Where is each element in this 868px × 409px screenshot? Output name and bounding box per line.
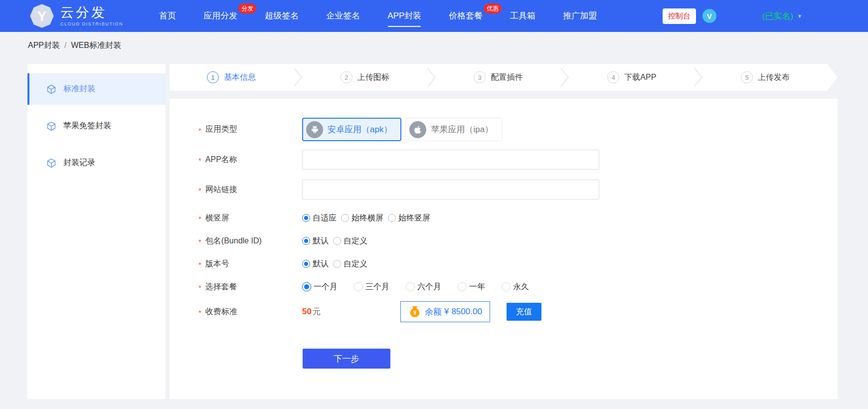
distribution-badge: 分发 <box>238 3 256 13</box>
next-step-button[interactable]: 下一步 <box>303 349 390 369</box>
step-wizard: 1 基本信息 2 上传图标 3 配置插件 4 下载APP 5 上传发布 <box>170 64 827 91</box>
version-radio-group: 默认 自定义 <box>302 259 367 269</box>
chevron-right-icon <box>694 66 703 88</box>
nav-item-toolbox[interactable]: 工具箱 <box>510 0 535 32</box>
app-type-ios-button[interactable]: 苹果应用（ipa） <box>405 118 503 141</box>
console-button[interactable]: 控制台 <box>663 8 696 24</box>
radio-icon <box>333 237 341 245</box>
logo-title: 云分发 <box>60 5 123 19</box>
required-mark: * <box>198 214 201 223</box>
radio-option-adaptive[interactable]: 自适应 <box>302 213 337 223</box>
sidebar-item-label: 标准封装 <box>63 84 95 94</box>
sidebar-item-apple-nosign-packaging[interactable]: 苹果免签封装 <box>27 110 166 142</box>
radio-option-three-months[interactable]: 三个月 <box>354 282 389 292</box>
form-row-price: * 收费标准 50 元 ¥ 余额 ¥ 8500.00 充值 <box>170 301 838 322</box>
main-panel: 1 基本信息 2 上传图标 3 配置插件 4 下载APP 5 上传发布 <box>170 64 838 399</box>
form-row-version: * 版本号 默认 自定义 <box>170 258 838 269</box>
radio-option-six-months[interactable]: 六个月 <box>406 282 441 292</box>
step-number: 2 <box>341 71 352 83</box>
app-type-android-button[interactable]: 安卓应用（apk） <box>302 118 401 141</box>
verified-status-label: (已实名) <box>762 10 793 22</box>
radio-icon <box>388 214 396 222</box>
field-label: * 包名(Bundle ID) <box>170 236 302 246</box>
required-mark: * <box>198 186 201 195</box>
nav-item-pricing[interactable]: 价格套餐 优惠 <box>449 0 483 32</box>
discount-badge: 优惠 <box>484 3 502 13</box>
required-mark: * <box>198 126 201 135</box>
nav-item-home[interactable]: 首页 <box>159 0 176 32</box>
nav-item-affiliate[interactable]: 推广加盟 <box>563 0 597 32</box>
step-label: 配置插件 <box>491 72 522 83</box>
sidebar-item-packaging-records[interactable]: 封装记录 <box>27 147 166 179</box>
nav-item-enterprise-signature[interactable]: 企业签名 <box>326 0 360 32</box>
step-number: 3 <box>474 71 486 83</box>
user-status-dropdown[interactable]: (已实名) ▼ <box>762 10 802 22</box>
apple-icon <box>409 121 426 138</box>
step-number: 5 <box>741 71 753 83</box>
radio-option-custom[interactable]: 自定义 <box>333 236 367 246</box>
form-row-bundle-id: * 包名(Bundle ID) 默认 自定义 <box>170 235 838 246</box>
logo-subtitle: CLOUD DISTRIBUTION <box>60 21 123 26</box>
radio-option-landscape[interactable]: 始终横屏 <box>341 213 383 223</box>
field-label: * 收费标准 <box>170 307 302 317</box>
chevron-right-icon <box>560 66 570 88</box>
form-row-package: * 选择套餐 一个月 三个月 六个月 <box>170 281 838 292</box>
step-number: 1 <box>207 71 219 83</box>
radio-option-default[interactable]: 默认 <box>302 259 329 269</box>
chevron-down-icon: ▼ <box>797 13 802 19</box>
field-label: * APP名称 <box>170 155 302 165</box>
android-icon <box>306 121 323 138</box>
price-unit: 元 <box>313 307 321 317</box>
cube-icon <box>46 84 56 94</box>
app-type-options: 安卓应用（apk） 苹果应用（ipa） <box>302 118 503 141</box>
sidebar-item-label: 封装记录 <box>63 158 95 168</box>
step-label: 基本信息 <box>224 72 256 83</box>
radio-option-one-year[interactable]: 一年 <box>458 282 485 292</box>
sidebar-item-label: 苹果免签封装 <box>63 121 111 131</box>
required-mark: * <box>198 260 201 269</box>
navbar-right: 控制台 V (已实名) ▼ <box>663 8 868 24</box>
nav-item-app-distribution[interactable]: 应用分发 分发 <box>203 0 237 32</box>
sidebar-item-standard-packaging[interactable]: 标准封装 <box>27 73 166 105</box>
radio-icon <box>502 282 511 291</box>
breadcrumb-parent[interactable]: APP封装 <box>28 40 60 51</box>
radio-option-portrait[interactable]: 始终竖屏 <box>388 213 430 223</box>
package-radio-group: 一个月 三个月 六个月 一年 <box>302 282 529 292</box>
radio-selected-icon <box>302 282 311 291</box>
radio-icon <box>458 282 467 291</box>
cube-icon <box>46 121 56 131</box>
balance-currency: ¥ <box>444 307 449 317</box>
nav-item-app-packaging[interactable]: APP封装 <box>387 0 421 32</box>
step-label: 上传发布 <box>758 72 790 83</box>
wizard-step-configure-plugins: 3 配置插件 <box>437 71 560 83</box>
radio-icon <box>354 282 363 291</box>
radio-icon <box>406 282 415 291</box>
radio-option-custom[interactable]: 自定义 <box>333 259 367 269</box>
wizard-step-download-app: 4 下载APP <box>570 71 694 83</box>
radio-option-forever[interactable]: 永久 <box>502 282 529 292</box>
radio-option-default[interactable]: 默认 <box>302 236 329 246</box>
field-label: * 应用类型 <box>170 124 302 135</box>
logo[interactable]: Y 云分发 CLOUD DISTRIBUTION <box>29 3 123 29</box>
form-row-orientation: * 横竖屏 自适应 始终横屏 始终竖屏 <box>170 212 838 223</box>
money-bag-icon: ¥ <box>408 305 421 318</box>
breadcrumb: APP封装 / WEB标准封装 <box>0 32 868 59</box>
breadcrumb-separator: / <box>64 41 66 50</box>
app-name-input[interactable] <box>302 150 599 170</box>
radio-option-one-month[interactable]: 一个月 <box>302 282 338 292</box>
step-number: 4 <box>607 71 619 83</box>
nav-item-super-signature[interactable]: 超级签名 <box>265 0 299 32</box>
svg-text:Y: Y <box>37 8 46 24</box>
sidebar: 标准封装 苹果免签封装 封装记录 <box>27 64 166 399</box>
bundle-id-radio-group: 默认 自定义 <box>302 236 367 246</box>
app-type-label: 苹果应用（ipa） <box>431 124 493 135</box>
balance-value: 8500.00 <box>451 307 482 317</box>
form-row-next: 下一步 <box>170 349 838 369</box>
site-url-input[interactable] <box>302 180 599 200</box>
price-amount: 50 <box>302 307 312 317</box>
form-row-app-type: * 应用类型 <box>170 118 838 141</box>
recharge-button[interactable]: 充值 <box>507 303 541 321</box>
avatar[interactable]: V <box>702 9 716 23</box>
radio-selected-icon <box>302 260 310 268</box>
form-row-site-url: * 网站链接 <box>170 180 838 200</box>
